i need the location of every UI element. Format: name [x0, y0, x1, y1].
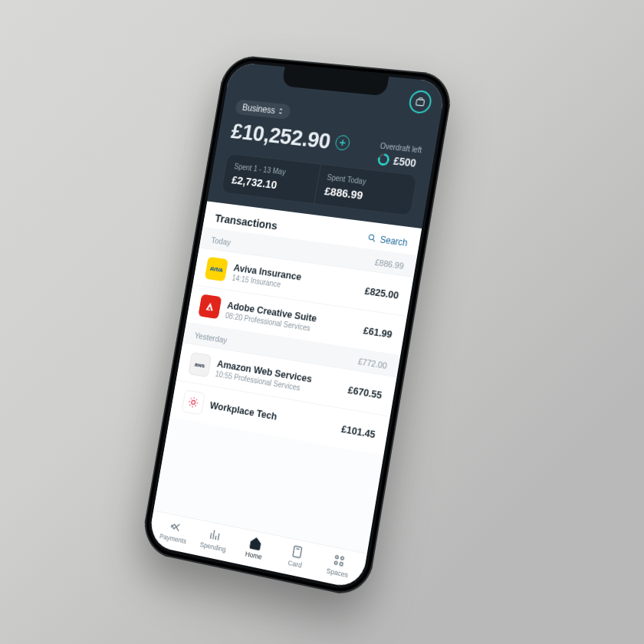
- overdraft-widget[interactable]: Overdraft left £500: [377, 142, 422, 170]
- search-label: Search: [380, 234, 409, 248]
- spent-today-value: £886.99: [324, 184, 405, 206]
- svg-point-2: [191, 400, 196, 405]
- adobe-icon: [198, 294, 222, 319]
- nav-card[interactable]: Card: [274, 540, 320, 572]
- payments-icon: [168, 519, 182, 535]
- spending-summary-card[interactable]: Spent 1 - 13 May £2,732.10 Spent Today £…: [221, 153, 418, 216]
- account-balance: £10,252.90: [229, 118, 332, 154]
- overdraft-value: £500: [393, 155, 417, 169]
- app-screen: Business £10,252.90 Overdraft left £500: [147, 62, 446, 590]
- search-icon: [366, 232, 377, 243]
- briefcase-button[interactable]: [408, 90, 433, 114]
- nav-spending[interactable]: Spending: [192, 524, 237, 555]
- nav-home[interactable]: Home: [232, 532, 278, 564]
- nav-label: Spending: [199, 540, 226, 554]
- svg-point-5: [341, 557, 344, 560]
- transactions-panel: Transactions Search Today£886.99AVIVAAvi…: [153, 201, 422, 553]
- overdraft-label: Overdraft left: [380, 142, 422, 155]
- briefcase-icon: [414, 96, 426, 107]
- workplace-icon: [182, 389, 205, 415]
- chevron-updown-icon: [278, 108, 284, 114]
- svg-rect-7: [340, 562, 343, 566]
- transaction-name: Workplace Tech: [209, 399, 336, 432]
- plus-icon: [339, 139, 347, 147]
- phone-frame: Business £10,252.90 Overdraft left £500: [140, 54, 455, 599]
- nav-payments[interactable]: Payments: [153, 516, 196, 547]
- home-icon: [248, 535, 263, 551]
- add-money-button[interactable]: [334, 134, 351, 150]
- card-icon: [290, 544, 305, 560]
- nav-label: Card: [288, 559, 303, 570]
- spending-icon: [208, 527, 222, 543]
- transaction-amount: £825.00: [364, 284, 400, 301]
- group-label: Yesterday: [194, 330, 228, 344]
- svg-point-6: [334, 561, 337, 565]
- transaction-amount: £101.45: [340, 422, 376, 440]
- transaction-amount: £61.99: [363, 324, 393, 340]
- account-label: Business: [242, 102, 276, 116]
- svg-rect-3: [292, 546, 301, 557]
- svg-rect-0: [416, 100, 424, 106]
- group-label: Today: [211, 235, 232, 247]
- nav-label: Home: [245, 550, 262, 560]
- svg-point-1: [369, 235, 374, 240]
- search-button[interactable]: Search: [366, 232, 409, 248]
- account-selector[interactable]: Business: [235, 99, 291, 119]
- transaction-amount: £670.55: [347, 383, 383, 400]
- transactions-list: Today£886.99AVIVAAviva Insurance14:15 In…: [169, 227, 417, 456]
- group-total: £772.00: [357, 356, 387, 370]
- svg-point-4: [336, 555, 339, 558]
- nav-label: Spaces: [326, 567, 349, 579]
- aws-icon: aws: [188, 352, 212, 377]
- nav-spaces[interactable]: Spaces: [315, 549, 362, 581]
- overdraft-progress-ring-icon: [377, 153, 391, 166]
- aviva-icon: AVIVA: [205, 257, 228, 281]
- group-total: £886.99: [374, 258, 404, 271]
- nav-label: Payments: [159, 532, 187, 545]
- spaces-icon: [332, 552, 347, 569]
